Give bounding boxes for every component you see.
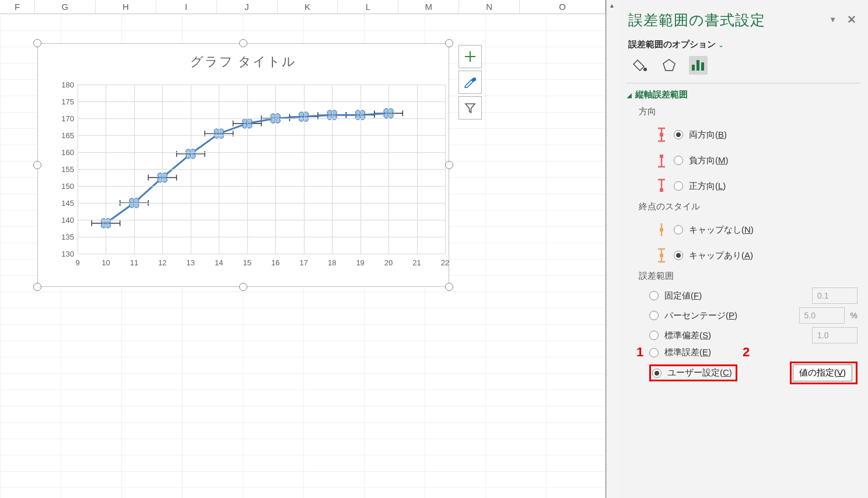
ytick-label: 155 bbox=[54, 165, 74, 174]
section-header[interactable]: 縦軸誤差範囲 bbox=[627, 89, 858, 100]
tab-effects-icon[interactable] bbox=[660, 56, 678, 75]
svg-point-73 bbox=[384, 108, 388, 113]
column-header-N[interactable]: N bbox=[459, 0, 520, 13]
chart-elements-button[interactable] bbox=[459, 45, 482, 68]
svg-point-57 bbox=[271, 114, 275, 118]
option-percent[interactable]: パーセンテージ(P)% bbox=[649, 307, 858, 324]
svg-point-76 bbox=[388, 113, 393, 118]
ytick-label: 130 bbox=[54, 250, 74, 258]
radio-label-plus: 正方向(L) bbox=[689, 181, 726, 192]
option-cap[interactable]: キャップあり(A) bbox=[649, 244, 858, 267]
column-header-O[interactable]: O bbox=[520, 0, 606, 13]
option-custom[interactable]: ユーザー設定(C) 値の指定(V) bbox=[649, 362, 858, 384]
resize-handle-tr[interactable] bbox=[445, 39, 453, 47]
svg-point-60 bbox=[275, 118, 280, 123]
column-header-F[interactable]: F bbox=[0, 0, 35, 13]
column-header-J[interactable]: J bbox=[217, 0, 278, 13]
resize-handle-b[interactable] bbox=[239, 283, 247, 291]
pane-title: 誤差範囲の書式設定 bbox=[628, 10, 858, 30]
tab-fill-icon[interactable] bbox=[631, 56, 649, 75]
svg-point-34 bbox=[106, 219, 110, 223]
svg-point-36 bbox=[106, 223, 110, 228]
resize-handle-r[interactable] bbox=[445, 161, 453, 169]
radio-minus[interactable] bbox=[674, 156, 683, 165]
column-header-L[interactable]: L bbox=[338, 0, 398, 13]
chart-styles-button[interactable] bbox=[459, 71, 482, 94]
ytick-label: 160 bbox=[54, 148, 74, 157]
column-header-H[interactable]: H bbox=[96, 0, 156, 13]
resize-handle-l[interactable] bbox=[33, 161, 41, 169]
xtick-label: 11 bbox=[130, 258, 138, 267]
option-both[interactable]: 両方向(B) bbox=[649, 123, 858, 146]
radio-both[interactable] bbox=[674, 130, 683, 139]
ytick-label: 135 bbox=[54, 233, 74, 241]
chart-selection[interactable]: グラフ タイトル 130135140 bbox=[33, 39, 453, 291]
plot-area[interactable]: 1301351401451501551601651701751809101112… bbox=[78, 85, 445, 254]
resize-handle-bl[interactable] bbox=[33, 283, 41, 291]
tab-options-icon[interactable] bbox=[689, 56, 708, 75]
specify-value-button[interactable]: 値の指定(V) bbox=[793, 364, 852, 381]
radio-plus[interactable] bbox=[674, 181, 683, 191]
svg-rect-90 bbox=[660, 155, 663, 158]
svg-point-37 bbox=[130, 198, 134, 203]
xtick-label: 14 bbox=[215, 258, 223, 267]
svg-point-33 bbox=[101, 219, 106, 223]
ytick-label: 175 bbox=[54, 97, 74, 106]
radio-label-both: 両方向(B) bbox=[689, 129, 727, 141]
pane-subtitle[interactable]: 誤差範囲のオプション ⌄ bbox=[628, 39, 858, 50]
column-header-M[interactable]: M bbox=[398, 0, 459, 13]
radio-label-percent: パーセンテージ(P) bbox=[664, 310, 737, 321]
scroll-up-button[interactable]: ▲ bbox=[607, 0, 617, 10]
radio-percent[interactable] bbox=[649, 311, 659, 320]
radio-fixed[interactable] bbox=[649, 291, 659, 300]
errorbar-plus-icon bbox=[649, 177, 674, 195]
xtick-label: 21 bbox=[412, 258, 421, 267]
svg-point-66 bbox=[332, 110, 337, 115]
resize-handle-tl[interactable] bbox=[33, 39, 41, 47]
ytick-label: 145 bbox=[54, 199, 74, 208]
option-nocap[interactable]: キャップなし(N) bbox=[649, 218, 858, 241]
xtick-label: 13 bbox=[187, 258, 195, 267]
svg-rect-99 bbox=[660, 254, 663, 257]
vertical-scrollbar[interactable]: ▲ bbox=[606, 0, 618, 498]
cap-nocap-icon bbox=[649, 221, 674, 239]
pane-close-button[interactable]: ✕ bbox=[847, 13, 856, 26]
resize-handle-t[interactable] bbox=[239, 39, 247, 47]
errorbar-both-icon bbox=[649, 126, 674, 143]
radio-stderr[interactable] bbox=[649, 348, 659, 357]
svg-point-70 bbox=[360, 110, 365, 115]
svg-point-74 bbox=[388, 108, 393, 113]
pane-dropdown-icon[interactable]: ▼ bbox=[829, 15, 836, 24]
option-plus[interactable]: 正方向(L) bbox=[649, 174, 858, 198]
svg-point-53 bbox=[243, 119, 247, 124]
resize-handle-br[interactable] bbox=[445, 283, 453, 291]
highlight-custom: ユーザー設定(C) bbox=[649, 364, 737, 381]
option-minus[interactable]: 負方向(M) bbox=[649, 149, 858, 172]
column-header-I[interactable]: I bbox=[156, 0, 217, 13]
xtick-label: 17 bbox=[299, 258, 307, 267]
chart-title[interactable]: グラフ タイトル bbox=[38, 44, 449, 74]
annotation-2: 2 bbox=[743, 345, 786, 360]
radio-custom[interactable] bbox=[652, 369, 662, 378]
option-stddev[interactable]: 標準偏差(S) bbox=[649, 327, 858, 343]
chart-side-buttons bbox=[459, 45, 482, 120]
cap-cap-icon bbox=[649, 247, 674, 264]
radio-label-nocap: キャップなし(N) bbox=[689, 225, 754, 236]
column-header-K[interactable]: K bbox=[278, 0, 338, 13]
radio-nocap[interactable] bbox=[674, 225, 683, 234]
svg-point-40 bbox=[134, 203, 139, 208]
svg-point-65 bbox=[327, 110, 332, 115]
spreadsheet-area: FGHIJKLMNO グラフ タイトル bbox=[0, 0, 606, 498]
option-fixed[interactable]: 固定値(F) bbox=[649, 287, 858, 304]
chevron-down-icon: ⌄ bbox=[718, 41, 724, 49]
radio-stddev[interactable] bbox=[649, 331, 659, 340]
xtick-label: 18 bbox=[328, 258, 336, 267]
chart-object[interactable]: グラフ タイトル 130135140 bbox=[37, 43, 449, 287]
chart-filter-button[interactable] bbox=[459, 96, 482, 120]
radio-label-cap: キャップあり(A) bbox=[689, 250, 753, 261]
ytick-label: 180 bbox=[54, 80, 74, 89]
svg-point-43 bbox=[158, 177, 162, 182]
column-header-G[interactable]: G bbox=[35, 0, 96, 13]
svg-point-61 bbox=[299, 112, 303, 117]
radio-cap[interactable] bbox=[674, 251, 683, 260]
